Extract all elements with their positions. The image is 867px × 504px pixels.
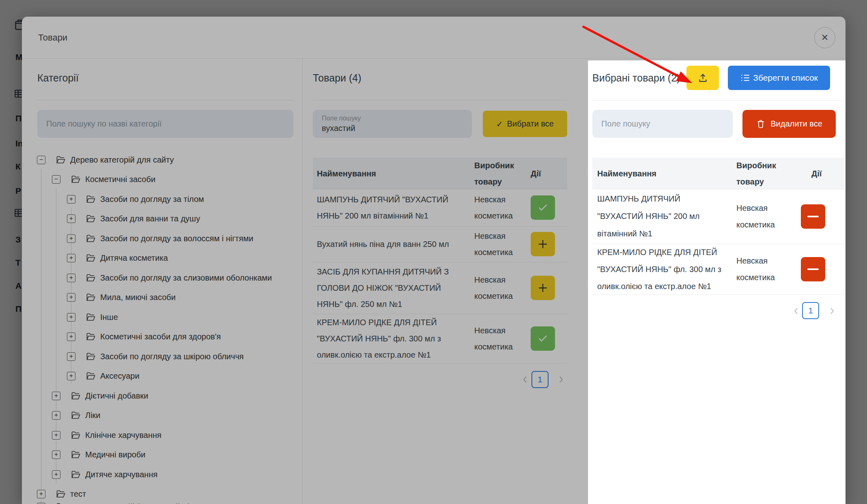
tree-item[interactable]: +Засоби по догляду за тілом [67,190,204,208]
save-list-button[interactable]: Зберегти список [728,66,830,90]
tree-item-label: Косметичні засоби для здоров'я [100,332,221,341]
product-name: КРЕМ-МИЛО РІДКЕ ДЛЯ ДІТЕЙ "ВУХАСТИЙ НЯНЬ… [597,244,737,294]
folder-icon [71,470,81,479]
search-label: Поле пошуку [322,115,361,122]
expand-icon[interactable]: + [52,470,60,479]
folder-icon [86,214,96,223]
folder-icon [86,372,96,380]
tree-item[interactable]: +Засоби для ванни та душу [67,210,200,227]
list-icon [740,73,751,83]
folder-icon [86,293,96,302]
tree-item[interactable]: +Засоби по догляду за слизовими оболонка… [67,269,272,287]
tree-item-label: Засоби для ванни та душу [100,214,200,223]
folder-icon [86,352,96,361]
selected-search-input[interactable] [592,110,733,138]
products-heading: Товари (4) [313,72,361,84]
tree-item[interactable]: +Засоби по догляду за шкірою обличчя [67,347,244,365]
product-producer: Невская косметика [736,189,793,244]
expand-icon[interactable]: + [67,195,75,204]
expand-icon[interactable]: + [67,254,75,262]
tree-item[interactable]: +Мила, миючі засоби [67,288,176,306]
added-check-button[interactable] [531,326,555,351]
products-search-input[interactable]: Поле пошуку вухастий [313,110,472,138]
tree-item-label: Дерево категорій (не для сайту) [70,502,191,504]
folder-icon [71,431,81,440]
expand-icon[interactable]: + [67,352,75,361]
expand-icon[interactable]: + [52,431,60,440]
next-page-icon[interactable] [557,375,566,384]
tree-item[interactable]: −Косметичні засоби [52,170,155,188]
select-all-button[interactable]: ✓ Вибрати все [483,111,567,137]
tree-item-label: Ліки [85,411,101,420]
tree-guide [41,169,41,504]
folder-icon [86,332,96,341]
column-header-name: Найменування [317,158,376,189]
upload-icon [697,73,708,84]
minus-icon [807,216,819,217]
minus-icon [807,268,819,270]
folder-icon [86,254,96,262]
expand-icon[interactable]: + [52,411,60,420]
categories-search-input[interactable] [37,110,293,138]
tree-item-label: тест [70,489,86,499]
folder-icon [86,274,96,282]
expand-icon[interactable]: + [37,503,45,504]
tree-item[interactable]: +Засоби по догляду за волоссям і нігтями [67,229,253,247]
folder-icon [71,392,81,400]
page-number[interactable]: 1 [531,371,549,388]
product-producer: Невская косметика [474,226,531,262]
added-check-button[interactable] [531,195,555,220]
remove-product-button[interactable] [801,204,825,229]
add-product-button[interactable] [531,276,555,300]
tree-item[interactable]: +Аксесуари [67,367,140,385]
check-icon: ✓ [496,119,503,129]
column-header-actions: Дії [811,158,822,189]
screen: М П In К Р З Т А П Товари ✕ Категорії −Д… [0,0,867,504]
folder-icon [86,234,96,243]
tree-item[interactable]: +Дієтичні добавки [52,387,148,405]
table-row: КРЕМ-МИЛО РІДКЕ ДЛЯ ДІТЕЙ "ВУХАСТИЙ НЯНЬ… [592,244,844,295]
expand-icon[interactable]: + [67,332,75,341]
expand-icon[interactable]: + [52,450,60,459]
select-all-label: Вибрати все [507,119,554,129]
save-list-label: Зберегти список [753,73,818,83]
product-name: ЗАСІБ ДЛЯ КУПАННЯ ДИТЯЧИЙ З ГОЛОВИ ДО НІ… [317,262,455,314]
products-table-header: Найменування Виробник товару Дії [313,158,567,189]
upload-button[interactable] [686,66,719,90]
folder-icon [56,503,66,504]
product-name: ШАМПУНЬ ДИТЯЧИЙ "ВУХАСТИЙ НЯНЬ" 200 мл в… [597,189,727,244]
tree-item-label: Дерево категорій для сайту [70,155,174,165]
tree-item[interactable]: −Дерево категорій для сайту [37,151,174,169]
expand-icon[interactable]: + [67,313,75,322]
expand-icon[interactable]: + [67,214,75,223]
tree-item[interactable]: +Дитяча косметика [67,249,168,267]
tree-item-label: Аксесуари [100,371,140,381]
tree-item[interactable]: +Дитяче харчування [52,465,157,483]
expand-icon[interactable]: + [37,490,45,498]
column-header-producer: Виробник товару [736,158,801,189]
tree-item[interactable]: +Косметичні засоби для здоров'я [67,328,221,345]
expand-icon[interactable]: + [67,234,75,243]
expand-icon[interactable]: + [67,274,75,282]
delete-all-button[interactable]: Видалити все [742,110,836,138]
tree-item[interactable]: +Ліки [52,406,101,424]
tree-item[interactable]: +Медичні вироби [52,446,146,463]
collapse-icon[interactable]: − [37,156,45,164]
tree-item[interactable]: +Інше [67,308,118,326]
next-page-icon[interactable] [828,306,837,316]
page-number[interactable]: 1 [802,302,819,319]
tree-item[interactable]: +Клінічне харчування [52,426,161,444]
tree-item[interactable]: +Дерево категорій (не для сайту) [37,498,191,504]
prev-page-icon[interactable] [792,306,800,316]
expand-icon[interactable]: + [67,293,75,302]
collapse-icon[interactable]: − [52,175,60,184]
prev-page-icon[interactable] [521,375,529,384]
folder-icon [86,195,96,204]
add-product-button[interactable] [531,232,555,256]
close-button[interactable]: ✕ [814,27,835,48]
tree-item-label: Клінічне харчування [85,431,161,440]
expand-icon[interactable]: + [67,372,75,380]
expand-icon[interactable]: + [52,392,60,400]
table-row: Вухатий нянь піна для ванн 250 мл Невска… [313,226,567,262]
remove-product-button[interactable] [801,257,825,281]
